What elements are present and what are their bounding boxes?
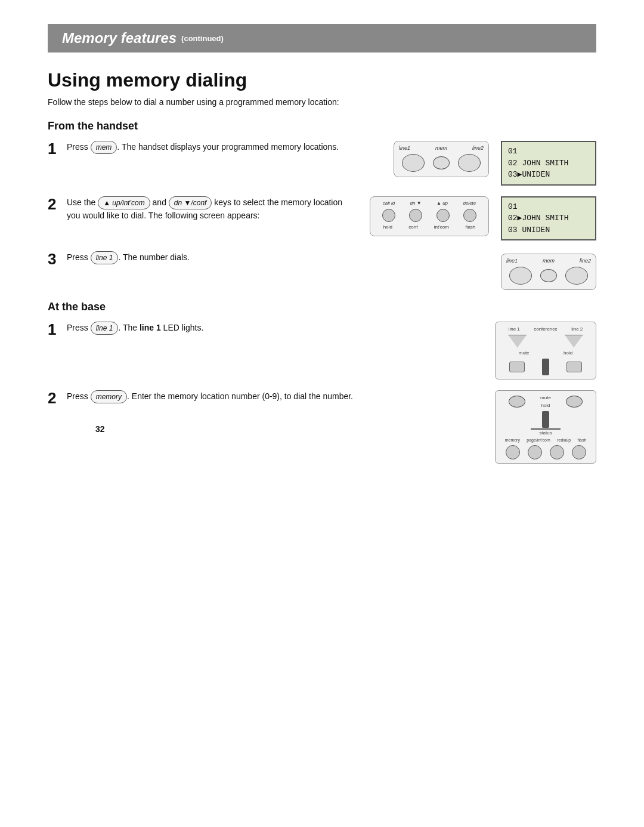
- line1-label-top3: line1: [506, 257, 518, 266]
- lcd1-line2: 02 JOHN SMITH: [508, 158, 589, 169]
- slider-2: [542, 411, 549, 428]
- flash-oval-btn: [572, 445, 586, 459]
- base-step-content-1: Press line 1. The line 1 LED lights. lin…: [67, 322, 596, 379]
- base-step-content-2: Press memory. Enter the memory location …: [67, 390, 596, 464]
- base-hold-lbl: hold: [564, 350, 572, 357]
- base-diagram-2: mute hold status: [495, 390, 596, 464]
- step1-text-after: . The handset displays your programmed m…: [117, 142, 339, 152]
- lcd1-line3: 03▶UNIDEN: [508, 169, 589, 181]
- hold-btn: [566, 362, 582, 372]
- mem-key: mem: [91, 141, 117, 154]
- flash-label: flash: [465, 224, 475, 231]
- page-intcom-lbl: page/int'com: [527, 437, 550, 444]
- four-ovals: [501, 445, 590, 459]
- page-number: 32: [95, 424, 105, 434]
- memory-oval-btn: [506, 445, 520, 459]
- btn-circles: [375, 209, 484, 222]
- mem-btn: [433, 156, 450, 169]
- mem-label-top: mem: [435, 144, 447, 153]
- lcd2-line1: 01: [508, 201, 589, 213]
- base-line1-lbl: line 1: [509, 326, 520, 333]
- step-text-2: Use the ▲ up/int'com and dn ▼/conf keys …: [67, 196, 352, 222]
- small-oval-right: [566, 396, 583, 408]
- mem-btn-3: [540, 269, 557, 282]
- line2-btn: [458, 154, 481, 172]
- flash-base-lbl: flash: [577, 437, 586, 444]
- step-content-2: Use the ▲ up/int'com and dn ▼/conf keys …: [67, 196, 596, 241]
- step1-text-before: Press: [67, 142, 91, 152]
- line2-label-top3: line2: [580, 257, 591, 266]
- redialp-lbl: redial/p: [557, 437, 571, 444]
- step-number-3: 3: [48, 251, 67, 267]
- step-number-2: 2: [48, 196, 67, 212]
- lcd2-line2: 02▶JOHN SMITH: [508, 212, 589, 224]
- base-line1-key: line 1: [91, 322, 119, 335]
- intcom-label: int'com: [434, 224, 449, 231]
- line1-key: line 1: [91, 251, 119, 264]
- step3-text-before: Press: [67, 252, 91, 262]
- at-base-heading: At the base: [48, 301, 596, 313]
- lcd1-line1: 01: [508, 146, 589, 158]
- step3-text-after: . The number dials.: [118, 252, 190, 262]
- hold-label: hold: [383, 224, 392, 231]
- base-step-text-1: Press line 1. The line 1 LED lights.: [67, 322, 477, 335]
- lcd-display-1: 01 02 JOHN SMITH 03▶UNIDEN: [501, 141, 596, 186]
- intro-text: Follow the steps below to dial a number …: [48, 97, 596, 107]
- small-oval-left: [509, 396, 525, 408]
- step-number-1: 1: [48, 141, 67, 156]
- status-lbl: status: [501, 430, 590, 437]
- line2-label-top: line2: [472, 144, 484, 153]
- step2-text-before: Use the: [67, 198, 98, 207]
- dn-label: dn ▼: [410, 200, 422, 207]
- from-handset-heading: From the handset: [48, 120, 596, 132]
- hold-slider: [542, 359, 549, 375]
- base-step2-after: . Enter the memory location number (0-9)…: [127, 391, 353, 401]
- delete-label: delete: [463, 200, 476, 207]
- handset-diagram-1: line1 mem line2: [394, 141, 489, 177]
- line1-btn-3: [509, 267, 532, 285]
- mute2-lbl: mute: [540, 394, 551, 402]
- btn-top-labels: call id dn ▼ ▲ up delete: [375, 200, 484, 207]
- base-step-number-2: 2: [48, 390, 67, 406]
- page-oval-btn: [528, 445, 542, 459]
- mem-label-top3: mem: [543, 257, 555, 266]
- base-step-1: 1 Press line 1. The line 1 LED lights. l…: [48, 322, 596, 379]
- base-step-text-2: Press memory. Enter the memory location …: [67, 390, 477, 403]
- base-line2-lbl: line 2: [571, 326, 583, 333]
- base-mute-lbl: mute: [519, 350, 530, 357]
- base-step1-end: LED lights.: [161, 323, 204, 332]
- base-step-2: 2 Press memory. Enter the memory locatio…: [48, 390, 596, 464]
- mute-btn: [509, 362, 525, 372]
- redial-oval-btn: [550, 445, 564, 459]
- step-text-1: Press mem. The handset displays your pro…: [67, 141, 376, 154]
- base-step2-before: Press: [67, 391, 91, 401]
- base-step1-before: Press: [67, 323, 91, 332]
- callid-btn: [382, 209, 395, 222]
- four-button-diagram: call id dn ▼ ▲ up delete: [370, 196, 489, 236]
- conf-label: conf: [408, 224, 417, 231]
- base-diagram-1: line 1 conference line 2: [495, 322, 596, 379]
- up-intcom-key: ▲ up/int'com: [98, 196, 150, 209]
- line2-btn-3: [565, 267, 588, 285]
- page-title: Using memory dialing: [48, 69, 596, 91]
- lcd-display-2: 01 02▶JOHN SMITH 03 UNIDEN: [501, 196, 596, 241]
- dn-btn: [409, 209, 422, 222]
- step-content-1: Press mem. The handset displays your pro…: [67, 141, 596, 186]
- step-content-3: Press line 1. The number dials. line1 me…: [67, 251, 596, 290]
- callid-label: call id: [383, 200, 395, 207]
- line1-triangle-btn: [508, 335, 527, 348]
- from-handset-section: From the handset 1 Press mem. The handse…: [48, 120, 596, 290]
- lcd2-line3: 03 UNIDEN: [508, 224, 589, 236]
- base-conf-lbl: conference: [534, 326, 558, 333]
- line1-label-top: line1: [399, 144, 410, 153]
- memory-lbl: memory: [505, 437, 520, 444]
- handset-diagram-3: line1 mem line2: [501, 254, 596, 290]
- btn-bot-labels: hold conf int'com flash: [375, 224, 484, 231]
- at-base-section: At the base 1 Press line 1. The line 1 L…: [48, 301, 596, 464]
- memory-key: memory: [91, 390, 127, 403]
- line1-btn: [402, 154, 425, 172]
- dn-conf-key: dn ▼/conf: [169, 196, 212, 209]
- up-btn: [436, 209, 450, 222]
- base-step1-after: . The: [118, 323, 140, 332]
- step-handset-3: 3 Press line 1. The number dials. line1 …: [48, 251, 596, 290]
